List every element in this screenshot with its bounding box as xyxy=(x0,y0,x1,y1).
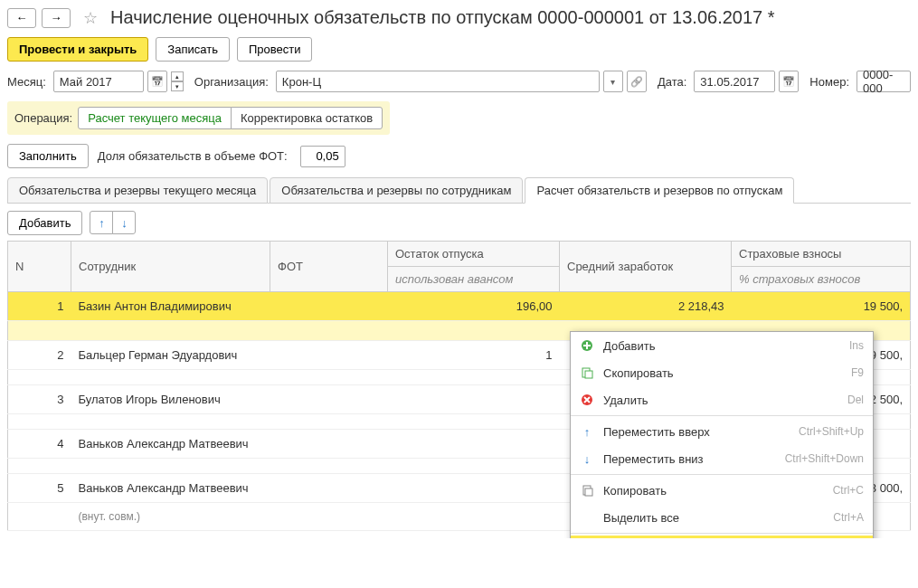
post-and-close-button[interactable]: Провести и закрыть xyxy=(7,37,148,62)
operation-tab-correction[interactable]: Корректировка остатков xyxy=(231,107,383,129)
move-up-button[interactable]: ↑ xyxy=(90,211,113,234)
col-avg: Средний заработок xyxy=(560,242,732,292)
number-label: Номер: xyxy=(809,75,849,89)
date-label: Дата: xyxy=(658,75,686,89)
move-down-button[interactable]: ↓ xyxy=(112,211,136,234)
table-row[interactable]: 1 Базин Антон Владимирович 196,00 2 218,… xyxy=(8,292,911,321)
arrow-down-icon: ↓ xyxy=(580,451,594,466)
add-row-button[interactable]: Добавить xyxy=(7,211,82,235)
ctx-copy[interactable]: Скопировать F9 xyxy=(571,359,873,386)
page-title: Начисление оценочных обязательств по отп… xyxy=(110,7,775,28)
operation-label: Операция: xyxy=(14,111,72,125)
tab-current-month[interactable]: Обязательства и резервы текущего месяца xyxy=(7,177,268,204)
col-insurance-sub: % страховых взносов xyxy=(732,267,911,292)
date-calendar-icon[interactable] xyxy=(779,71,799,92)
org-dropdown-icon[interactable] xyxy=(603,71,623,92)
ctx-select-all[interactable]: Выделить все Ctrl+A xyxy=(571,504,873,531)
number-field[interactable]: 0000-000 xyxy=(856,71,911,92)
month-field[interactable]: Май 2017 xyxy=(53,71,144,92)
svg-rect-2 xyxy=(585,371,592,378)
ctx-vacation-report[interactable]: Справка по отпускам xyxy=(571,536,873,538)
tab-by-employees[interactable]: Обязательства и резервы по сотрудникам xyxy=(270,177,523,204)
org-open-icon[interactable] xyxy=(627,71,647,92)
org-label: Организация: xyxy=(194,75,269,89)
plus-icon xyxy=(580,338,594,353)
fill-button[interactable]: Заполнить xyxy=(7,144,89,168)
col-fot: ФОТ xyxy=(270,242,388,292)
back-button[interactable]: ← xyxy=(7,8,36,28)
arrow-up-icon: ↑ xyxy=(580,424,594,439)
ctx-move-down[interactable]: ↓ Переместить вниз Ctrl+Shift+Down xyxy=(571,445,873,472)
ctx-move-up[interactable]: ↑ Переместить вверх Ctrl+Shift+Up xyxy=(571,418,873,445)
ctx-add[interactable]: Добавить Ins xyxy=(571,332,873,359)
month-down-button[interactable]: ▾ xyxy=(171,81,184,91)
context-menu: Добавить Ins Скопировать F9 Удалить Del … xyxy=(570,331,874,538)
ctx-clipboard-copy[interactable]: Копировать Ctrl+C xyxy=(571,477,873,504)
ctx-delete[interactable]: Удалить Del xyxy=(571,386,873,413)
col-vacation: Остаток отпуска xyxy=(388,242,560,267)
post-button[interactable]: Провести xyxy=(237,37,313,62)
month-label: Месяц: xyxy=(7,75,46,89)
col-n: N xyxy=(8,242,71,292)
col-insurance: Страховые взносы xyxy=(732,242,911,267)
save-button[interactable]: Записать xyxy=(156,37,230,62)
org-field[interactable]: Крон-Ц xyxy=(276,71,600,92)
tab-vacation-calc[interactable]: Расчет обязательств и резервов по отпуск… xyxy=(525,177,794,204)
delete-icon xyxy=(580,393,594,407)
operation-tab-current[interactable]: Расчет текущего месяца xyxy=(78,107,232,129)
month-up-button[interactable]: ▴ xyxy=(171,71,184,81)
forward-button[interactable]: → xyxy=(42,8,71,28)
svg-rect-5 xyxy=(585,488,592,496)
col-vacation-sub: использован авансом xyxy=(388,267,560,292)
date-field[interactable]: 31.05.2017 xyxy=(694,71,775,92)
calendar-icon[interactable] xyxy=(147,71,167,92)
share-input[interactable] xyxy=(300,146,345,167)
col-employee: Сотрудник xyxy=(71,242,270,292)
favorite-icon[interactable]: ☆ xyxy=(83,8,98,28)
share-label: Доля обязательств в объеме ФОТ: xyxy=(98,149,288,163)
clipboard-icon xyxy=(580,483,594,498)
copy-icon xyxy=(580,365,594,380)
